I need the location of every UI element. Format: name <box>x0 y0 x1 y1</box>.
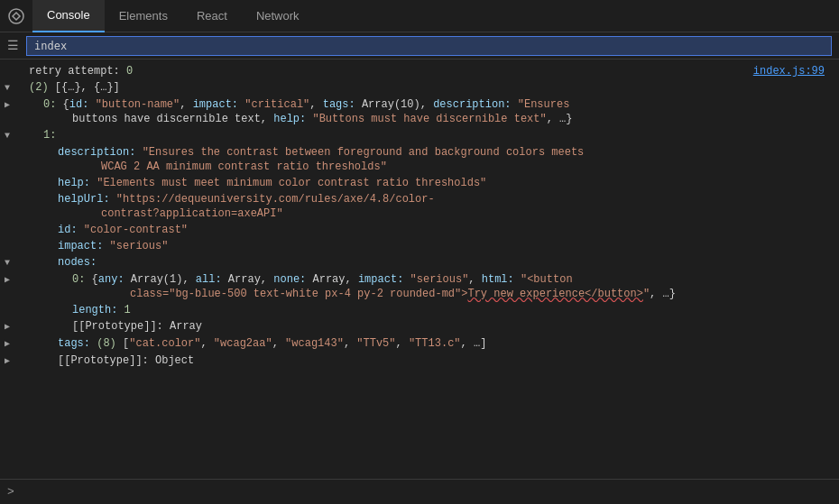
item0-index: 0: <box>43 98 63 111</box>
tags-c1: , <box>200 337 213 350</box>
tags-key: tags: <box>58 337 97 350</box>
item0-impact-val: "critical" <box>244 98 309 111</box>
line-proto-obj[interactable]: [[Prototype]]: Object <box>14 353 839 368</box>
nodes0-impact-key: impact: <box>358 273 410 286</box>
nodes0-html-key: html: <box>482 273 521 286</box>
gutter-impact <box>0 239 14 240</box>
id-key: id: <box>58 224 84 236</box>
nodes0-none-val: Array, <box>313 273 358 286</box>
tab-react[interactable]: React <box>182 0 242 32</box>
nodes0-html-val1: "<button <box>521 273 573 286</box>
line-retry: retry attempt: 0 index.js:99 <box>14 64 839 78</box>
log-line-length: length: 1 <box>0 302 839 318</box>
gutter <box>0 64 14 65</box>
helpurl-val2: contrast?application=axeAPI" <box>58 207 283 220</box>
log-line-item0: ▶ 0: {id: "button-name", impact: "critic… <box>0 96 839 127</box>
item0-help-val: "Buttons must have discernible text" <box>312 113 546 125</box>
tab-network[interactable]: Network <box>242 0 314 32</box>
impact-key: impact: <box>58 240 110 252</box>
log-line-item1: ▼ 1: <box>0 127 839 144</box>
nodes0-impact-val: "serious" <box>410 273 469 286</box>
devtools-logo <box>0 0 32 32</box>
nodes0-index: 0: <box>72 273 92 286</box>
line-impact: impact: "serious" <box>14 239 839 253</box>
desc-key: description: <box>58 146 143 159</box>
helpurl-val1: "https://dequeuniversity.com/rules/axe/4… <box>116 193 435 206</box>
item0-id-val: "button-name" <box>96 98 180 111</box>
array-text: [{…}, {…}] <box>55 81 120 94</box>
log-line-nodes0: ▶ 0: {any: Array(1), all: Array, none: A… <box>0 271 839 302</box>
gutter-nodes0: ▶ <box>0 272 14 288</box>
tags-c4: , <box>396 337 409 350</box>
item0-impact-key: impact: <box>193 98 245 111</box>
gutter-id <box>0 223 14 224</box>
filter-input[interactable] <box>26 36 832 56</box>
line-help: help: "Elements must meet minimum color … <box>14 176 839 190</box>
log-line-tags: ▶ tags: (8) ["cat.color", "wcag2aa", "wc… <box>0 335 839 353</box>
svg-point-0 <box>9 9 23 23</box>
tags-val3: "wcag143" <box>285 337 344 350</box>
length-val: 1 <box>124 304 131 316</box>
tags-c2: , <box>272 337 285 350</box>
line-proto-arr[interactable]: [[Prototype]]: Array <box>14 319 839 334</box>
line-helpurl: helpUrl: "https://dequeuniversity.com/ru… <box>14 192 839 221</box>
nodes0-all-key: all: <box>196 273 228 286</box>
tab-console[interactable]: Console <box>32 0 105 32</box>
nodes0-all-val: Array, <box>228 273 273 286</box>
gutter-arr: ▼ <box>0 80 14 96</box>
tags-c3: , <box>344 337 356 350</box>
log-line-proto-obj: ▶ [[Prototype]]: Object <box>0 353 839 370</box>
gutter-tags: ▶ <box>0 336 14 352</box>
nodes0-comma: , <box>468 273 481 286</box>
line-item0[interactable]: 0: {id: "button-name", impact: "critical… <box>14 97 839 126</box>
nodes0-any-key: any: <box>98 273 131 286</box>
hamburger-icon[interactable]: ☰ <box>7 38 19 53</box>
log-line-retry: retry attempt: 0 index.js:99 <box>0 63 839 79</box>
id-val: "color-contrast" <box>84 224 188 236</box>
retry-text: retry attempt: <box>29 65 126 78</box>
tags-val2: "wcag2aa" <box>214 337 272 350</box>
line-nodes0[interactable]: 0: {any: Array(1), all: Array, none: Arr… <box>14 272 839 301</box>
log-line-impact: impact: "serious" <box>0 238 839 254</box>
log-line-array: ▼ (2) [{…}, {…}] <box>0 79 839 96</box>
item0-desc-val: "Ensures <box>518 98 570 111</box>
item0-comma3: , <box>261 113 273 125</box>
log-ref-retry[interactable]: index.js:99 <box>753 64 832 78</box>
gutter-desc <box>0 145 14 146</box>
help-key: help: <box>58 177 97 189</box>
item0-tags-key: tags: <box>323 98 362 111</box>
proto-arr-text: [[Prototype]]: Array <box>72 320 202 333</box>
line-item1[interactable]: 1: <box>14 128 839 142</box>
proto-obj-text: [[Prototype]]: Object <box>58 354 194 367</box>
log-line-desc: description: "Ensures the contrast betwe… <box>0 144 839 175</box>
nodes0-brace: { <box>92 273 98 286</box>
item0-id-key: id: <box>69 98 96 111</box>
item0-comma1: , <box>180 98 192 111</box>
item0-comma2: , <box>309 98 322 111</box>
gutter-item1: ▼ <box>0 128 14 143</box>
item0-help-key: help: <box>273 113 312 125</box>
desc-val: "Ensures the contrast between foreground… <box>143 146 585 159</box>
tab-bar: Console Elements React Network <box>0 0 839 32</box>
gutter-length <box>0 303 14 304</box>
tags-val5: "TT13.c" <box>409 337 461 350</box>
item1-index: 1: <box>43 129 56 142</box>
gutter-item0: ▶ <box>0 97 14 113</box>
log-line-id: id: "color-contrast" <box>0 222 839 238</box>
gutter-helpurl <box>0 192 14 193</box>
log-line-help: help: "Elements must meet minimum color … <box>0 175 839 191</box>
tags-val4: "TTv5" <box>356 337 395 350</box>
tags-count: (8) <box>97 337 123 350</box>
item0-line2: buttons have discernible text <box>43 113 261 125</box>
line-tags[interactable]: tags: (8) ["cat.color", "wcag2aa", "wcag… <box>14 336 839 351</box>
console-content: retry attempt: 0 index.js:99 ▼ (2) [{…},… <box>0 60 839 479</box>
gutter-proto-obj: ▶ <box>0 353 14 369</box>
line-nodes[interactable]: nodes: <box>14 255 839 270</box>
array-count: (2) <box>29 81 55 94</box>
console-input[interactable] <box>22 486 832 499</box>
line-array[interactable]: (2) [{…}, {…}] <box>14 80 839 95</box>
item0-rest: , …} <box>547 113 573 125</box>
nodes0-none-key: none: <box>273 273 312 286</box>
tab-elements[interactable]: Elements <box>105 0 182 32</box>
gutter-proto-arr: ▶ <box>0 319 14 334</box>
